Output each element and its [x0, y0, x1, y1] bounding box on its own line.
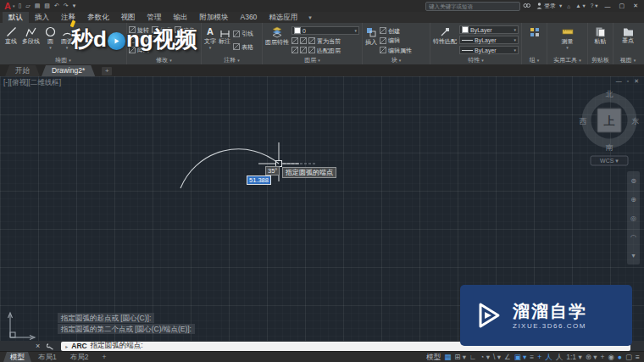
ribbon-tab[interactable]: 精选应用	[263, 12, 303, 23]
dropdown-caret-icon[interactable]: ▾	[66, 46, 69, 50]
save-icon[interactable]: ▤	[35, 0, 41, 12]
circle-button[interactable]: 圆 ▾	[45, 25, 56, 56]
dynamic-input-icon[interactable]: +	[537, 352, 541, 362]
new-file-icon[interactable]: ▯	[18, 0, 21, 12]
panel-label-layers[interactable]: 图层 ▾	[263, 56, 362, 64]
search-input[interactable]	[425, 2, 520, 11]
maximize-button[interactable]: ▢	[619, 3, 625, 9]
paste-button[interactable]: 粘贴	[595, 25, 607, 56]
ribbon-tab[interactable]: 附加模块	[194, 12, 235, 23]
match-properties-button[interactable]: 特性匹配	[433, 25, 457, 56]
ribbon-tab[interactable]: A360	[235, 12, 264, 23]
dropdown-caret-icon[interactable]: ▾	[514, 38, 516, 42]
insert-block-button[interactable]: 插入	[365, 25, 377, 56]
panel-label-clipboard[interactable]: 剪贴板	[588, 56, 613, 64]
undo-icon[interactable]: ↶	[54, 0, 59, 12]
dropdown-caret-icon[interactable]: ▾	[209, 46, 212, 50]
ribbon-tab[interactable]: 插入	[29, 12, 55, 23]
exchange-apps-icon[interactable]: ▲ ▾	[575, 3, 586, 9]
make-current-button[interactable]: 置为当前	[291, 37, 359, 45]
panel-label-properties[interactable]: 特性 ▾	[430, 56, 521, 64]
ribbon-tab[interactable]: 输出	[168, 12, 194, 23]
isodraft-icon[interactable]: \ ▾	[493, 352, 501, 362]
panel-label-draw[interactable]: 绘图 ▾	[0, 56, 126, 64]
layer-properties-button[interactable]: 图层特性	[265, 25, 289, 56]
orbit-icon[interactable]: ◠	[630, 233, 636, 241]
text-button[interactable]: A 文字 ▾	[204, 25, 216, 56]
annotation-monitor-icon[interactable]: +	[600, 352, 604, 362]
panel-label-block[interactable]: 块 ▾	[363, 56, 430, 64]
redo-icon[interactable]: ↷	[64, 0, 69, 12]
layout-tab[interactable]: +	[95, 352, 113, 362]
ribbon-small-button[interactable]: 编辑属性	[380, 47, 412, 54]
navigation-wheel-icon[interactable]: ⊚	[630, 177, 636, 185]
group-button[interactable]	[529, 25, 541, 56]
ribbon-options-icon[interactable]: ▾	[308, 12, 312, 23]
dropdown-caret-icon[interactable]: ▾	[514, 28, 516, 32]
ribbon-tab[interactable]: 注释	[55, 12, 81, 23]
plot-icon[interactable]: ▧	[44, 0, 50, 12]
measure-button[interactable]: 测量 ▾	[562, 25, 574, 56]
file-tab-start[interactable]: 开始	[5, 65, 40, 76]
help-icon[interactable]: ? ▾	[591, 3, 598, 9]
search-icon[interactable]	[523, 3, 530, 9]
viewport-label[interactable]: [-][俯视][二维线框]	[3, 78, 61, 88]
dropdown-caret-icon[interactable]: ▾	[514, 48, 516, 53]
panel-label-view[interactable]: 视图 ▾	[613, 56, 642, 64]
viewport-minimize-icon[interactable]: —	[616, 78, 622, 85]
model-paper-toggle[interactable]: 模型	[426, 352, 441, 362]
minimize-button[interactable]: —	[605, 3, 611, 9]
panel-label-annotate[interactable]: 注释 ▾	[202, 56, 262, 64]
layout-tab[interactable]: 模型	[3, 352, 31, 362]
snap-icon[interactable]: ⊞ ▾	[454, 352, 466, 362]
a360-icon[interactable]: ⌂	[567, 3, 570, 9]
close-button[interactable]: ✕	[633, 3, 638, 9]
annotation-autoscale-icon[interactable]: 人	[556, 352, 564, 362]
open-file-icon[interactable]: ▱	[25, 0, 30, 12]
lineweight-icon[interactable]: ≡	[530, 352, 534, 362]
ortho-icon[interactable]: ∟	[469, 352, 476, 362]
logo-dropdown-icon[interactable]: ▾	[13, 3, 15, 8]
lineweight-dropdown[interactable]: ByLayer ▾	[459, 36, 519, 44]
qat-dropdown-icon[interactable]: ▾	[73, 0, 76, 12]
customize-icon[interactable]: ≡	[636, 352, 640, 362]
signin-dropdown-icon[interactable]: ▾	[559, 3, 562, 9]
command-customize-icon[interactable]	[47, 343, 54, 350]
annotation-visibility-icon[interactable]: 人	[545, 352, 552, 362]
clean-screen-icon[interactable]: ▢	[625, 352, 632, 362]
base-point-button[interactable]: 基点	[622, 25, 634, 56]
otrack-icon[interactable]: ∠	[504, 352, 511, 362]
polyline-button[interactable]: 多段线	[22, 25, 40, 56]
autocad-logo[interactable]: A	[0, 0, 13, 12]
file-tab-drawing2[interactable]: Drawing2*	[42, 65, 95, 76]
dynamic-input-field[interactable]: 51.388	[247, 175, 271, 185]
ribbon-small-button[interactable]: 表格	[233, 43, 253, 51]
grid-icon[interactable]: ▦	[444, 352, 451, 362]
match-layer-button[interactable]: 匹配图层	[291, 47, 359, 54]
command-close-icon[interactable]: ×	[36, 341, 40, 351]
ribbon-small-button[interactable]: 创建	[380, 27, 412, 35]
navbar-more-icon[interactable]: ▾	[631, 252, 635, 259]
annotation-scale-icon[interactable]: 1:1 ▾	[566, 352, 581, 362]
isolate-objects-icon[interactable]: ◉	[608, 352, 613, 362]
panel-label-utilities[interactable]: 实用工具 ▾	[547, 56, 587, 64]
ribbon-tab[interactable]: 参数化	[81, 12, 115, 23]
panel-label-groups[interactable]: 组 ▾	[522, 56, 547, 64]
graphics-performance-icon[interactable]: ●	[618, 352, 622, 362]
viewport-close-icon[interactable]: ✕	[634, 78, 639, 85]
layout-tab[interactable]: 布局1	[31, 352, 64, 362]
ribbon-tab[interactable]: 视图	[115, 12, 142, 23]
dropdown-caret-icon[interactable]: ▾	[49, 46, 52, 50]
zoom-extents-icon[interactable]: ◎	[630, 214, 636, 222]
color-dropdown[interactable]: ByLayer ▾	[459, 25, 519, 34]
ribbon-tab[interactable]: 默认	[3, 12, 29, 23]
layer-dropdown[interactable]: 0 ▾	[291, 26, 359, 35]
linetype-dropdown[interactable]: ByLayer ▾	[459, 46, 519, 54]
osnap-icon[interactable]: ▣ ▾	[514, 352, 527, 362]
ribbon-small-button[interactable]: 引线	[233, 30, 253, 37]
dimension-button[interactable]: 标注	[219, 25, 230, 56]
workspace-icon[interactable]: ⊛ ▾	[586, 352, 597, 362]
ribbon-tab[interactable]: 管理	[142, 12, 168, 23]
panel-label-modify[interactable]: 修改 ▾	[127, 56, 201, 64]
layout-tab[interactable]: 布局2	[64, 352, 96, 362]
